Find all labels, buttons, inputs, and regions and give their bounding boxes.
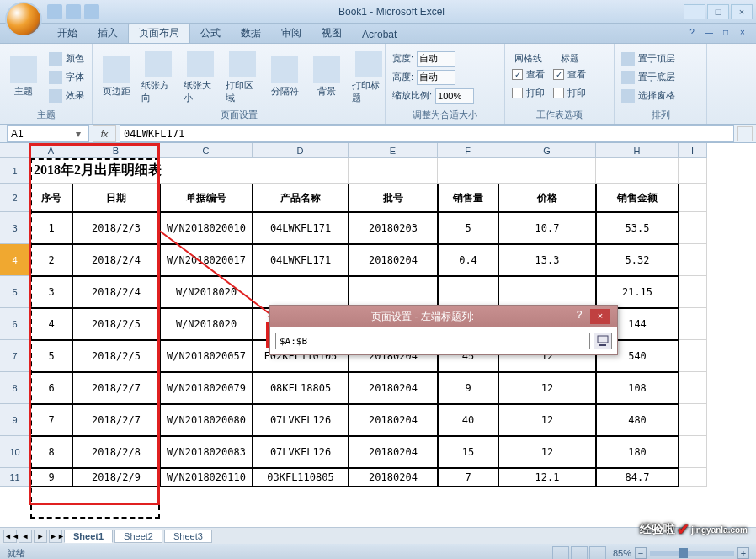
cell[interactable]: 批号 xyxy=(349,184,438,212)
cell[interactable] xyxy=(679,468,707,487)
scale-input[interactable] xyxy=(435,88,474,104)
bring-front-button[interactable]: 置于顶层 xyxy=(618,50,679,68)
row-header-5[interactable]: 5 xyxy=(0,276,30,308)
themes-button[interactable]: 主题 xyxy=(3,55,44,99)
col-header-E[interactable]: E xyxy=(349,143,438,158)
tab-data[interactable]: 数据 xyxy=(231,24,271,43)
cell[interactable]: 8 xyxy=(30,436,72,468)
cell[interactable]: 53.5 xyxy=(596,212,679,244)
cell[interactable] xyxy=(349,276,438,308)
col-header-B[interactable]: B xyxy=(72,143,160,158)
maximize-button[interactable]: □ xyxy=(707,4,729,19)
cell[interactable]: 销售量 xyxy=(438,184,498,212)
zoom-in-button[interactable]: + xyxy=(737,547,749,559)
zoom-out-button[interactable]: − xyxy=(635,547,647,559)
tab-formulas[interactable]: 公式 xyxy=(190,24,231,43)
size-button[interactable]: 纸张大小 xyxy=(180,49,221,106)
cell[interactable]: 7 xyxy=(438,468,498,487)
cell[interactable]: 84.7 xyxy=(596,468,679,487)
sheet-tab-1[interactable]: Sheet1 xyxy=(64,530,113,543)
fx-button[interactable]: fx xyxy=(93,125,116,142)
orientation-button[interactable]: 纸张方向 xyxy=(138,49,178,106)
row-header-8[interactable]: 8 xyxy=(0,372,30,404)
sheet-tab-2[interactable]: Sheet2 xyxy=(114,530,162,543)
row-header-11[interactable]: 11 xyxy=(0,468,30,487)
cell[interactable]: 5 xyxy=(30,340,72,372)
workbook-minimize[interactable]: — xyxy=(702,28,716,41)
cell[interactable]: 13.3 xyxy=(498,244,596,276)
cell[interactable]: 10.7 xyxy=(498,212,596,244)
cell[interactable] xyxy=(679,372,707,404)
zoom-level[interactable]: 85% xyxy=(613,548,631,558)
tab-view[interactable]: 视图 xyxy=(311,24,352,43)
printarea-button[interactable]: 打印区域 xyxy=(222,49,263,106)
tab-pagelayout[interactable]: 页面布局 xyxy=(128,23,190,43)
tab-nav-next[interactable]: ► xyxy=(34,530,47,543)
view-normal[interactable] xyxy=(552,546,569,559)
gridlines-view[interactable]: ✓查看 xyxy=(508,65,548,83)
cell[interactable]: 20180204 xyxy=(349,372,438,404)
help-button[interactable]: ? xyxy=(685,28,699,41)
cell[interactable]: 480 xyxy=(596,404,679,436)
tab-acrobat[interactable]: Acrobat xyxy=(352,26,407,43)
cell[interactable] xyxy=(349,158,438,184)
cell[interactable]: W/N2018020 xyxy=(160,276,253,308)
name-box[interactable]: A1 ▾ xyxy=(7,125,89,142)
cell[interactable] xyxy=(679,244,707,276)
cell[interactable]: 2018/2/5 xyxy=(72,340,160,372)
workbook-close[interactable]: × xyxy=(736,28,749,41)
cell[interactable]: 6 xyxy=(30,372,72,404)
cell[interactable]: 2018/2/4 xyxy=(72,276,160,308)
row-header-2[interactable]: 2 xyxy=(0,184,30,212)
cell[interactable] xyxy=(596,158,679,184)
view-pagelayout[interactable] xyxy=(571,546,588,559)
col-header-C[interactable]: C xyxy=(160,143,253,158)
qat-save[interactable] xyxy=(47,4,62,19)
selection-pane-button[interactable]: 选择窗格 xyxy=(618,87,679,105)
col-header-F[interactable]: F xyxy=(438,143,498,158)
cell[interactable]: 产品名称 xyxy=(253,184,349,212)
cell[interactable]: 15 xyxy=(438,436,498,468)
cell[interactable]: 03KFL110805 xyxy=(253,468,349,487)
tab-home[interactable]: 开始 xyxy=(47,24,88,43)
row-header-6[interactable]: 6 xyxy=(0,308,30,340)
margins-button[interactable]: 页边距 xyxy=(96,55,136,99)
cell[interactable]: 12.1 xyxy=(498,468,596,487)
row-header-4[interactable]: 4 xyxy=(0,244,30,276)
cell[interactable]: 9 xyxy=(438,372,498,404)
cell[interactable] xyxy=(679,404,707,436)
fonts-button[interactable]: 字体 xyxy=(45,68,88,87)
dialog-close-button[interactable]: × xyxy=(590,309,610,324)
cell[interactable]: 04LWKFL171 xyxy=(253,244,349,276)
row-header-10[interactable]: 10 xyxy=(0,436,30,468)
tab-review[interactable]: 审阅 xyxy=(271,24,311,43)
dialog-titlebar[interactable]: 页面设置 - 左端标题列: ? × xyxy=(270,306,617,327)
cell[interactable]: 07LVKFL126 xyxy=(253,404,349,436)
close-button[interactable]: × xyxy=(731,4,753,19)
cell[interactable] xyxy=(679,308,707,340)
cell[interactable] xyxy=(679,276,707,308)
cell[interactable]: 5.32 xyxy=(596,244,679,276)
col-header-A[interactable]: A xyxy=(30,143,72,158)
cell[interactable]: W/N2018020010 xyxy=(160,212,253,244)
cell[interactable]: W/N2018020057 xyxy=(160,340,253,372)
qat-redo[interactable] xyxy=(84,4,99,19)
cell[interactable] xyxy=(679,158,707,184)
cell[interactable]: W/N2018020083 xyxy=(160,436,253,468)
tab-nav-prev[interactable]: ◄ xyxy=(19,530,32,543)
cell[interactable]: 2018/2/8 xyxy=(72,436,160,468)
cell[interactable]: 20180204 xyxy=(349,404,438,436)
cell[interactable]: 12 xyxy=(498,372,596,404)
breaks-button[interactable]: 分隔符 xyxy=(264,55,305,99)
col-header-D[interactable]: D xyxy=(253,143,349,158)
cell[interactable]: 2018年2月出库明细表 xyxy=(30,158,349,184)
minimize-button[interactable]: — xyxy=(684,4,705,19)
cell[interactable] xyxy=(498,276,596,308)
formula-expand-button[interactable] xyxy=(737,126,753,141)
office-button[interactable] xyxy=(5,2,42,37)
send-back-button[interactable]: 置于底层 xyxy=(618,68,679,87)
height-input[interactable] xyxy=(417,70,455,85)
cell[interactable]: 07LVKFL126 xyxy=(253,436,349,468)
cell[interactable]: 3 xyxy=(30,276,72,308)
dialog-help-button[interactable]: ? xyxy=(572,309,587,324)
